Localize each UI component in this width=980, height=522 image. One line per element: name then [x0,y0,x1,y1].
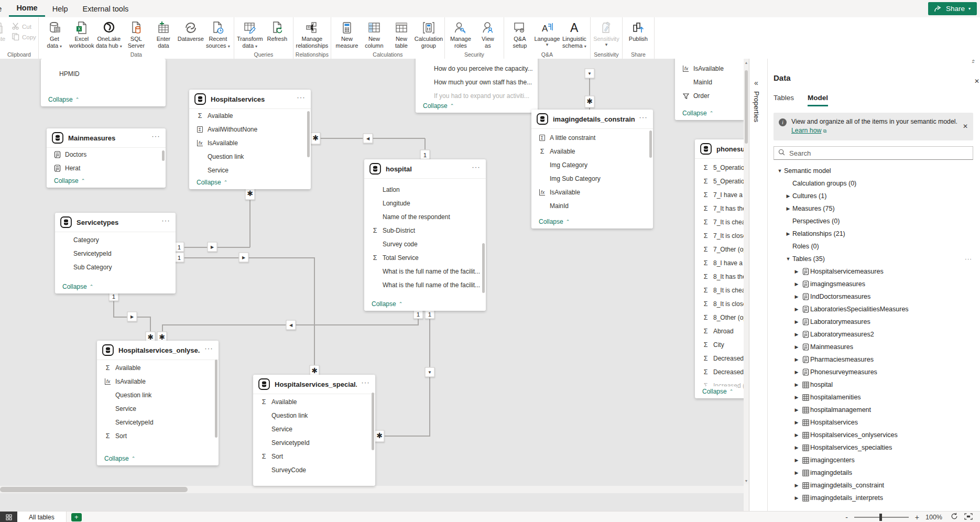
canvas-vertical-scrollbar[interactable]: ▲ ▼ [744,59,749,484]
scroll-up-icon[interactable]: ▲ [744,59,749,66]
card-more-options-icon[interactable]: ··· [152,133,161,143]
close-pane-icon[interactable]: ✕ [974,78,979,85]
data-pane-tab-model[interactable]: Model [808,94,828,106]
field-row[interactable]: Σ8_It is close [695,297,744,311]
entity-card-hospital[interactable]: hospital···LatlonLongitudeName of the re… [364,159,486,311]
ribbon-button-language[interactable]: ALanguage▾ [533,19,561,48]
tree-item-tables[interactable]: ▼Tables (35)··· [774,253,973,265]
relationship-arrow-right-icon[interactable]: ▶ [208,242,217,252]
tree-item-imagingsmeasures[interactable]: ▶imagingsmeasures [774,278,973,290]
model-diagram-canvas[interactable]: 111111✱✱✱✱✱✱✱▶▶▶◀◀▼▼HPMIDCollapse⌃Mainme… [0,59,744,511]
chevron-right-icon[interactable]: ▶ [792,281,801,287]
field-row[interactable]: Σ7_It has the [695,202,744,215]
tree-item-hospitalmanagement[interactable]: ▶hospitalmanagement [774,404,973,416]
learn-how-link[interactable]: Learn how [791,127,821,134]
tab-home[interactable]: Home [9,1,45,17]
card-more-options-icon[interactable]: ··· [162,217,171,227]
collapse-link[interactable]: Collapse⌃ [536,216,573,227]
field-row[interactable]: ΣDecreased ( [695,352,744,365]
field-row[interactable]: ServicetypeId [253,436,375,450]
field-row[interactable]: ServicetypeId [97,416,219,429]
tree-item-phonesurveymeasures[interactable]: ▶Phonesurveymeasures [774,366,973,378]
share-button[interactable]: Share ▾ [928,2,977,15]
chevron-down-icon[interactable]: ▼ [784,256,792,262]
field-row[interactable]: Name of the respondent [364,210,486,224]
card-scrollbar[interactable] [162,150,165,161]
card-scrollbar[interactable] [372,393,374,450]
card-scrollbar[interactable] [482,243,485,293]
tree-item-semantic-model[interactable]: ▼Semantic model [774,165,973,177]
field-row[interactable]: Σ7_I have a re [695,188,744,202]
ribbon-button-recent-sources[interactable]: Recentsources ▾ [204,19,232,50]
banner-close-icon[interactable]: ✕ [963,122,968,131]
field-row[interactable]: ΣSub-District [364,224,486,237]
relationship-arrow-right-icon[interactable]: ▶ [127,312,137,322]
relationship-cardinality-one[interactable]: 1 [175,253,184,263]
field-row[interactable]: fxIsAvailable [531,186,653,199]
chevron-right-icon[interactable]: ▶ [792,432,801,438]
field-row[interactable]: Service [97,402,219,416]
relationship-arrow-right-icon[interactable]: ▶ [239,253,249,263]
field-row[interactable]: ΣAvailable [97,361,219,375]
field-row[interactable]: Question link [253,409,375,422]
tab-help[interactable]: Help [45,2,75,16]
fit-to-screen-icon[interactable] [964,513,973,522]
ribbon-button-enter-data[interactable]: Enterdata [150,19,177,49]
field-row[interactable]: Σ8_It is cheap [695,284,744,297]
chevron-right-icon[interactable]: ▶ [784,193,792,199]
field-row[interactable]: ΣTotal Service [364,251,486,265]
chevron-right-icon[interactable]: ▶ [792,458,801,463]
tree-item-mainmeasures[interactable]: ▶Mainmeasures [774,341,973,353]
collapse-link[interactable]: Collapse⌃ [420,101,457,111]
tree-item-perspectives[interactable]: Perspectives (0) [774,215,973,227]
tree-item-laboratorymeasures[interactable]: ▶Laboratorymeasures [774,316,973,328]
chevron-right-icon[interactable]: ▶ [792,332,801,337]
chevron-right-icon[interactable]: ▶ [792,344,801,350]
field-row[interactable]: ΣAvailable [253,395,375,409]
search-input[interactable]: Search [774,146,973,160]
ribbon-button-publish[interactable]: Publish [625,19,652,42]
tree-item-roles[interactable]: Roles (0) [774,240,973,253]
entity-card-hospitalservices[interactable]: Hospitalservices···ΣAvailableΣAvailWitho… [189,90,311,189]
fit-refresh-icon[interactable] [951,513,958,522]
ribbon-button-onelake-data-hub[interactable]: OneLakedata hub ▾ [95,19,123,50]
field-row[interactable]: Sub Category [55,260,176,274]
collapse-link[interactable]: Collapse⌃ [193,177,231,188]
collapse-link[interactable]: Collapse⌃ [368,299,406,309]
entity-card-questions[interactable]: How do you perceive the capacity...How m… [416,59,538,113]
entity-card-hpmid[interactable]: HPMIDCollapse⌃ [41,59,166,106]
field-row[interactable]: Σ5_Operation [695,175,744,188]
field-row[interactable]: What is the full name of the facilit... [364,265,486,278]
field-row[interactable]: ΣCity [695,338,744,352]
tree-item-hospitalservices-onlyservices[interactable]: ▶Hospitalservices_onlyservices [774,429,973,441]
field-row[interactable]: How much your own staff has the... [416,75,538,89]
add-layout-button[interactable]: + [71,513,82,521]
ribbon-button-calculation-group[interactable]: Calculationgroup [415,19,442,49]
collapse-link[interactable]: Collapse⌃ [51,176,88,186]
tree-item-hospitalamenities[interactable]: ▶hospitalamenities [774,391,973,404]
chevron-right-icon[interactable]: ▶ [792,395,801,400]
field-row[interactable]: fxIsAvailable [675,62,744,75]
tree-item-imagingdetails[interactable]: ▶imagingdetails [774,466,973,479]
tree-item-relationships[interactable]: ▶Relationships (21) [774,227,973,240]
relationship-cardinality-many[interactable]: ✱ [245,188,255,200]
chevron-right-icon[interactable]: ▶ [792,357,801,362]
tab-file[interactable]: File [0,2,9,16]
chevron-down-icon[interactable]: ▼ [776,168,784,173]
card-scrollbar[interactable] [307,111,310,157]
field-row[interactable]: Service [253,422,375,436]
field-row[interactable]: Longitude [364,197,486,210]
chevron-right-icon[interactable]: ▶ [792,483,801,488]
field-row[interactable]: Category [55,233,176,247]
card-more-options-icon[interactable]: ··· [205,345,214,355]
chevron-right-icon[interactable]: ▶ [792,307,801,312]
horizontal-scroll-thumb[interactable] [0,487,188,492]
entity-card-hospitalservices-onlyservices[interactable]: Hospitalservices_onlyse...···ΣAvailablef… [97,341,219,465]
canvas-horizontal-scrollbar[interactable] [0,486,744,493]
field-row[interactable]: Σ7_It is cheap [695,215,744,229]
chevron-right-icon[interactable]: ▶ [784,206,792,211]
ribbon-button-qa-setup[interactable]: Q&Asetup [506,19,533,49]
ribbon-button-new-column[interactable]: Newcolumn [361,19,388,49]
tree-item-measures[interactable]: ▶Measures (75) [774,202,973,215]
tree-item-pharmaciesmeasures[interactable]: ▶Pharmaciesmeasures [774,353,973,366]
